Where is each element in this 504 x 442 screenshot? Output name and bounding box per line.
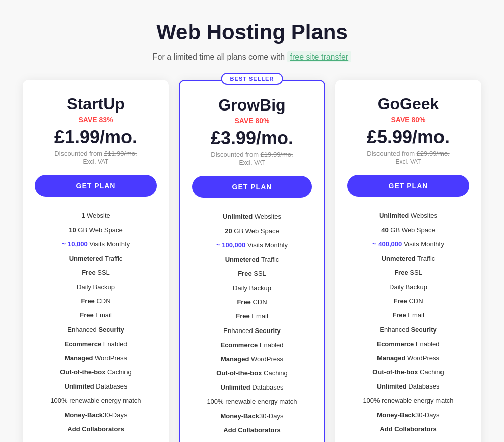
subtitle: For a limited time all plans come with f… [153, 52, 351, 62]
feature-item: 100% renewable energy match [192, 395, 312, 409]
get-plan-button-startup[interactable]: GET PLAN [35, 175, 157, 197]
feature-item: Unlimited Websites [347, 209, 469, 223]
feature-item: 100% renewable energy match [347, 394, 469, 408]
save-badge-growbig: SAVE 80% [235, 117, 270, 125]
feature-item: Out-of-the-box Caching [35, 365, 157, 379]
feature-item: 10 GB Web Space [35, 223, 157, 237]
get-plan-button-growbig[interactable]: GET PLAN [192, 176, 312, 198]
feature-item: Unmetered Traffic [35, 252, 157, 266]
page-wrapper: Web Hosting Plans For a limited time all… [10, 20, 494, 442]
feature-item: 20 GB Web Space [192, 224, 312, 238]
feature-item: Free Email [35, 308, 157, 322]
save-badge-gogeek: SAVE 80% [391, 116, 426, 124]
price-startup: £1.99/mo. [54, 127, 137, 148]
feature-item: Add Collaborators [35, 422, 157, 436]
plan-card-startup: StartUpSAVE 83%£1.99/mo.Discounted from … [23, 80, 169, 442]
feature-item: Ecommerce Enabled [347, 337, 469, 351]
plan-card-gogeek: GoGeekSAVE 80%£5.99/mo.Discounted from £… [335, 80, 481, 442]
feature-item: Unlimited Databases [192, 380, 312, 395]
features-list-startup: 1 Website10 GB Web Space~ 10,000 Visits … [35, 209, 157, 436]
feature-item: Free SSL [192, 267, 312, 281]
plan-name-startup: StartUp [67, 95, 125, 114]
save-badge-startup: SAVE 83% [79, 116, 113, 124]
feature-item: Add Collaborators [347, 422, 469, 436]
feature-item: ~ 100,000 Visits Monthly [192, 238, 312, 252]
feature-item: Free CDN [35, 294, 157, 308]
feature-item: Money-Back30-Days [347, 408, 469, 422]
feature-item: Free CDN [347, 294, 469, 308]
excl-vat-startup: Excl. VAT [83, 158, 109, 165]
excl-vat-gogeek: Excl. VAT [396, 158, 421, 165]
price-gogeek: £5.99/mo. [367, 127, 450, 148]
feature-item: Enhanced Security [35, 323, 157, 337]
feature-item: Daily Backup [35, 280, 157, 294]
feature-item: Free SSL [347, 266, 469, 280]
feature-item: Daily Backup [192, 281, 312, 295]
feature-item: Money-Back30-Days [192, 409, 312, 423]
feature-item: Managed WordPress [35, 351, 157, 365]
feature-item: Money-Back30-Days [35, 408, 157, 422]
feature-item: Unmetered Traffic [347, 252, 469, 266]
feature-item: Add Collaborators [192, 423, 312, 437]
feature-item: Managed WordPress [347, 351, 469, 365]
features-list-gogeek: Unlimited Websites40 GB Web Space~ 400,0… [347, 209, 469, 436]
feature-item: Out-of-the-box Caching [192, 366, 312, 380]
feature-item: Enhanced Security [192, 324, 312, 338]
feature-item: Enhanced Security [347, 323, 469, 337]
plans-container: StartUpSAVE 83%£1.99/mo.Discounted from … [10, 80, 494, 442]
feature-item: 1 Website [35, 209, 157, 223]
feature-item: ~ 10,000 Visits Monthly [35, 237, 157, 251]
feature-item: Free Email [347, 308, 469, 322]
page-title: Web Hosting Plans [156, 20, 348, 44]
feature-item: Ecommerce Enabled [35, 337, 157, 351]
free-transfer-text: free site transfer [287, 51, 352, 62]
original-price-startup: Discounted from £11.99/mo. [54, 150, 137, 157]
feature-item: Managed WordPress [192, 352, 312, 366]
feature-item: Out-of-the-box Caching [347, 365, 469, 379]
get-plan-button-gogeek[interactable]: GET PLAN [347, 175, 469, 197]
plan-name-gogeek: GoGeek [377, 95, 439, 114]
feature-item: Unlimited Databases [35, 379, 157, 394]
plan-name-growbig: GrowBig [218, 96, 285, 115]
feature-item: Ecommerce Enabled [192, 338, 312, 352]
feature-item: Free Email [192, 309, 312, 323]
best-seller-badge: BEST SELLER [221, 73, 283, 85]
original-price-gogeek: Discounted from £29.99/mo. [367, 150, 449, 157]
plan-card-growbig: BEST SELLERGrowBigSAVE 80%£3.99/mo.Disco… [179, 80, 325, 442]
feature-item: Unlimited Websites [192, 210, 312, 224]
features-list-growbig: Unlimited Websites20 GB Web Space~ 100,0… [192, 210, 312, 437]
feature-item: 40 GB Web Space [347, 223, 469, 237]
excl-vat-growbig: Excl. VAT [239, 159, 265, 167]
feature-item: ~ 400,000 Visits Monthly [347, 237, 469, 251]
feature-item: Unmetered Traffic [192, 253, 312, 267]
price-growbig: £3.99/mo. [211, 128, 293, 149]
original-price-growbig: Discounted from £19.99/mo. [211, 151, 293, 158]
feature-item: Free CDN [192, 295, 312, 309]
feature-item: 100% renewable energy match [35, 394, 157, 408]
feature-item: Unlimited Databases [347, 379, 469, 394]
feature-item: Free SSL [35, 266, 157, 280]
feature-item: Daily Backup [347, 280, 469, 294]
